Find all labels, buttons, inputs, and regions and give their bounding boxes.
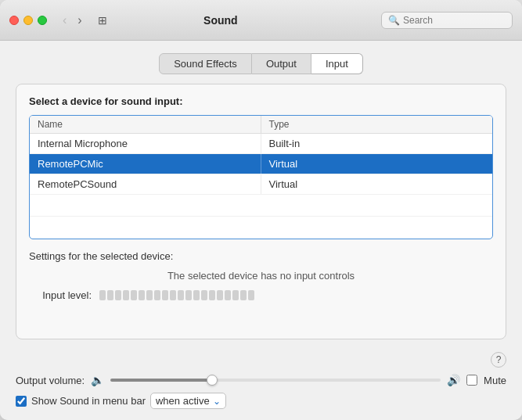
- level-bar: [170, 290, 176, 300]
- tab-output[interactable]: Output: [252, 53, 311, 74]
- settings-label: Settings for the selected device:: [29, 250, 493, 262]
- header-name: Name: [30, 116, 261, 133]
- section-title: Select a device for sound input:: [29, 95, 493, 107]
- level-bar: [162, 290, 168, 300]
- level-bar: [146, 290, 153, 300]
- main-window: ‹ › ⊞ Sound 🔍 Sound Effects Output Input…: [0, 0, 522, 420]
- table-row-empty: [30, 217, 492, 239]
- level-bar: [107, 290, 113, 300]
- help-row: ?: [16, 352, 506, 368]
- tab-sound-effects[interactable]: Sound Effects: [159, 53, 252, 74]
- level-bar: [178, 290, 184, 300]
- minimize-button[interactable]: [23, 16, 33, 25]
- speaker-high-icon: 🔊: [447, 374, 460, 386]
- level-bar: [115, 290, 121, 300]
- settings-section: Settings for the selected device: The se…: [29, 250, 493, 301]
- no-controls-text: The selected device has no input control…: [29, 270, 493, 282]
- level-bar: [139, 290, 145, 300]
- tab-input[interactable]: Input: [311, 53, 363, 74]
- show-sound-checkbox[interactable]: [16, 396, 27, 407]
- level-bar: [240, 290, 247, 300]
- mute-label: Mute: [484, 375, 506, 386]
- dropdown-arrow-icon: ⌄: [213, 396, 221, 407]
- level-bar: [248, 290, 254, 300]
- level-bar: [225, 290, 231, 300]
- level-bar: [201, 290, 207, 300]
- show-sound-row: Show Sound in menu bar when active ⌄: [16, 393, 506, 409]
- bottom-section: ? Output volume: 🔈 🔊 Mute Show Sound in …: [0, 352, 522, 420]
- tabs: Sound Effects Output Input: [16, 53, 506, 74]
- search-bar[interactable]: 🔍: [381, 12, 513, 29]
- device-table: Name Type Internal Microphone Built-in R…: [29, 115, 493, 239]
- table-row[interactable]: Internal Microphone Built-in: [30, 134, 492, 154]
- search-input[interactable]: [403, 15, 505, 26]
- device-type-1: Virtual: [261, 154, 493, 174]
- main-panel: Select a device for sound input: Name Ty…: [16, 84, 506, 339]
- device-type-2: Virtual: [261, 174, 493, 194]
- output-volume-label: Output volume:: [16, 375, 85, 386]
- level-bar: [209, 290, 215, 300]
- device-name-1: RemotePCMic: [30, 154, 261, 174]
- close-button[interactable]: [9, 16, 19, 25]
- when-active-dropdown[interactable]: when active ⌄: [150, 393, 226, 409]
- table-header: Name Type: [30, 116, 492, 134]
- level-bar: [123, 290, 129, 300]
- device-name-2: RemotePCSound: [30, 174, 261, 194]
- volume-slider-container: [110, 379, 441, 382]
- window-title: Sound: [67, 14, 375, 27]
- maximize-button[interactable]: [38, 16, 47, 25]
- table-row-empty: [30, 195, 492, 217]
- help-button[interactable]: ?: [491, 352, 506, 368]
- when-active-text: when active: [156, 395, 210, 407]
- device-type-0: Built-in: [261, 134, 493, 153]
- search-icon: 🔍: [388, 15, 400, 26]
- level-bar: [217, 290, 223, 300]
- device-name-0: Internal Microphone: [30, 134, 261, 153]
- level-bar: [193, 290, 200, 300]
- table-row[interactable]: RemotePCMic Virtual: [30, 154, 492, 174]
- show-sound-label: Show Sound in menu bar: [31, 395, 146, 407]
- header-type: Type: [261, 116, 493, 133]
- level-bars: [99, 290, 254, 300]
- mute-checkbox[interactable]: [466, 375, 477, 386]
- content-area: Sound Effects Output Input Select a devi…: [0, 41, 522, 352]
- speaker-low-icon: 🔈: [91, 374, 104, 386]
- level-bar: [154, 290, 160, 300]
- input-level-row: Input level:: [29, 289, 493, 301]
- volume-slider[interactable]: [110, 379, 441, 382]
- level-bar: [232, 290, 239, 300]
- input-level-label: Input level:: [29, 289, 92, 301]
- level-bar: [131, 290, 137, 300]
- titlebar: ‹ › ⊞ Sound 🔍: [0, 0, 522, 41]
- level-bar: [185, 290, 192, 300]
- volume-row: Output volume: 🔈 🔊 Mute: [16, 374, 506, 386]
- table-row[interactable]: RemotePCSound Virtual: [30, 174, 492, 195]
- traffic-lights: [9, 16, 47, 25]
- level-bar: [99, 290, 106, 300]
